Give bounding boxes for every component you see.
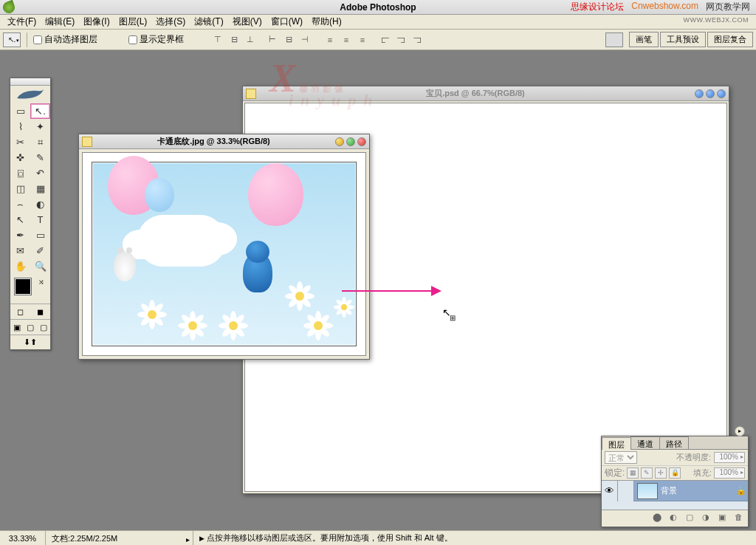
link-icon[interactable] [618,481,634,501]
close-icon[interactable] [357,137,366,146]
lock-position-icon[interactable]: ✢ [655,467,667,479]
palette-well-icon[interactable] [605,32,623,47]
align-hcenter-icon[interactable]: ⊟ [281,33,296,47]
maximize-icon[interactable] [706,89,715,98]
move-tool[interactable]: ↖. [30,103,50,119]
menu-edit[interactable]: 编辑(E) [41,14,79,30]
document-info[interactable]: 文档:2.25M/2.25M [46,531,193,545]
align-left-icon[interactable]: ⊢ [265,33,280,47]
new-set-icon[interactable]: ▢ [683,513,696,524]
lock-transparency-icon[interactable]: ▦ [627,467,639,479]
tab-brushes[interactable]: 画笔 [629,32,659,47]
quickmask-mode[interactable]: ◼ [30,304,50,319]
maximize-icon[interactable] [346,137,355,146]
path-select-tool[interactable]: ↖ [10,212,30,227]
layer-mask-icon[interactable]: ◐ [667,513,680,524]
doc-icon [246,89,256,99]
tab-channels[interactable]: 通道 [630,436,660,449]
lock-all-icon[interactable]: 🔒 [669,467,681,479]
document-window-1[interactable]: 卡通底纹.jpg @ 33.3%(RGB/8) [78,134,370,360]
standard-mode[interactable]: ◻ [10,304,30,319]
align-right-icon[interactable]: ⊣ [298,33,312,47]
lasso-tool[interactable]: ⌇ [10,119,30,134]
tab-layer-comps[interactable]: 图层复合 [707,32,753,47]
screen-full[interactable]: ▢ [37,320,50,335]
doc1-titlebar[interactable]: 卡通底纹.jpg @ 33.3%(RGB/8) [79,134,369,149]
show-bounds-checkbox[interactable]: 显示定界框 [128,33,184,46]
new-layer-icon[interactable]: ▣ [715,513,729,524]
shape-tool[interactable]: ▭ [30,227,50,243]
zoom-level[interactable]: 33.33% [0,531,46,545]
blur-tool[interactable]: ⌢ [10,196,30,212]
fill-field[interactable]: 100% [714,467,745,479]
layer-thumbnail[interactable] [637,483,658,499]
history-brush-tool[interactable]: ↶ [30,165,50,181]
doc-icon [82,137,92,147]
type-tool[interactable]: T [30,212,50,227]
menu-file[interactable]: 文件(F) [3,14,41,30]
swap-colors-icon[interactable]: ⤭ [38,278,44,286]
gradient-tool[interactable]: ▦ [30,181,50,196]
align-top-icon[interactable]: ⊤ [210,33,225,47]
fill-label: 填充: [693,467,712,479]
blend-mode-select[interactable]: 正常 [605,451,637,464]
tab-paths[interactable]: 路径 [659,436,689,449]
opacity-field[interactable]: 100% [714,452,745,463]
menu-filter[interactable]: 滤镜(T) [190,14,227,30]
adjustment-layer-icon[interactable]: ◑ [699,513,712,524]
tab-layers[interactable]: 图层 [602,437,631,450]
opacity-label: 不透明度: [676,452,711,463]
layer-name: 背景 [661,485,735,496]
layer-item-background[interactable]: 👁 背景 🔒 [602,481,748,501]
color-swatches[interactable]: ⤭ [10,277,50,304]
dist-left-icon[interactable]: ⫍ [377,33,392,47]
fg-color[interactable] [15,278,31,295]
eraser-tool[interactable]: ◫ [10,181,30,196]
menu-select[interactable]: 选择(S) [151,14,190,30]
dist-bottom-icon[interactable]: ≡ [355,33,370,47]
menu-image[interactable]: 图像(I) [79,14,114,30]
doc1-canvas[interactable] [82,152,366,356]
dist-top-icon[interactable]: ≡ [323,33,337,47]
hand-tool[interactable]: ✋ [10,258,30,274]
cartoon-image [83,153,365,355]
menu-window[interactable]: 窗口(W) [267,14,307,30]
align-vcenter-icon[interactable]: ⊟ [227,33,241,47]
minimize-icon[interactable] [695,89,704,98]
dist-vcenter-icon[interactable]: ≡ [339,33,354,47]
close-icon[interactable] [717,89,726,98]
screen-standard[interactable]: ▣ [10,320,24,335]
dodge-tool[interactable]: ◐ [30,196,50,212]
doc2-titlebar[interactable]: 宝贝.psd @ 66.7%(RGB/8) [243,86,729,101]
wand-tool[interactable]: ✦ [30,119,50,134]
auto-select-checkbox[interactable]: 自动选择图层 [33,33,97,46]
move-copy-cursor-icon: ↖ [442,306,451,318]
brush-tool[interactable]: ✎ [30,150,50,165]
screen-full-menu[interactable]: ▢ [24,320,37,335]
dist-right-icon[interactable]: ⫎ [410,33,425,47]
toolbox-handle[interactable] [10,78,50,86]
tab-tool-presets[interactable]: 工具预设 [660,32,706,47]
menu-layer[interactable]: 图层(L) [114,14,152,30]
notes-tool[interactable]: ✉ [10,243,30,258]
marquee-tool[interactable]: ▭ [10,103,30,119]
dist-hcenter-icon[interactable]: ⫎ [394,33,408,47]
jump-to-imageready[interactable]: ⬇⬆ [10,335,50,349]
eyedropper-tool[interactable]: ✐ [30,243,50,258]
align-bottom-icon[interactable]: ⊥ [243,33,258,47]
slice-tool[interactable]: ⌗ [30,134,50,150]
layer-style-icon[interactable]: ⬤ [650,513,664,524]
healing-tool[interactable]: ✜ [10,150,30,165]
tool-preset-picker[interactable]: ↖. [3,32,21,47]
lock-pixels-icon[interactable]: ✎ [641,467,653,479]
crop-tool[interactable]: ✂ [10,134,30,150]
minimize-icon[interactable] [335,137,344,146]
menu-bar: 文件(F) 编辑(E) 图像(I) 图层(L) 选择(S) 滤镜(T) 视图(V… [0,15,756,30]
menu-view[interactable]: 视图(V) [228,14,267,30]
menu-help[interactable]: 帮助(H) [307,14,346,30]
visibility-icon[interactable]: 👁 [602,481,618,501]
pen-tool[interactable]: ✒ [10,227,30,243]
stamp-tool[interactable]: ⌼ [10,165,30,181]
zoom-tool[interactable]: 🔍 [30,258,50,274]
delete-layer-icon[interactable]: 🗑 [732,513,745,524]
